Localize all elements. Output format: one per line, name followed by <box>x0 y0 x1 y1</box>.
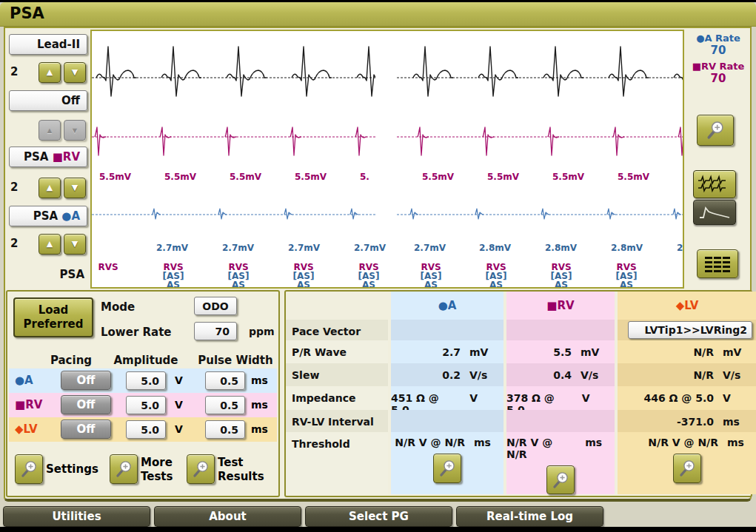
rv-lv-interval-cell-lv: -371.0ms <box>618 410 756 432</box>
more-tests-button[interactable] <box>110 454 138 484</box>
measurements-panel: ●A■RV◆LVPace VectorLVTip1>>LVRing2P/R Wa… <box>284 290 752 497</box>
evoked-response-icon <box>698 203 732 221</box>
measurement-value: 0.4 <box>553 369 572 381</box>
test-results-label: TestResults <box>218 456 264 484</box>
test-results-button[interactable] <box>187 454 215 484</box>
column-header-rv: ■RV <box>506 292 615 320</box>
event-marker: AS <box>674 280 684 289</box>
lv-pacing-button[interactable]: Off <box>61 420 111 439</box>
lv-pulse-width-button[interactable]: 0.5 <box>205 420 245 439</box>
pulse-width-unit: ms <box>251 399 268 411</box>
lower-rate-value-button[interactable]: 70 <box>194 322 237 340</box>
a-gain-label: 2.7mV <box>354 243 386 253</box>
rv-pulse-width-button[interactable]: 0.5 <box>205 396 245 414</box>
a-trace-select-button[interactable]: PSA ●A <box>9 206 87 226</box>
pulse-width-header: Pulse Width <box>194 354 277 367</box>
pace-vector-cell-rv <box>506 320 615 340</box>
a-gain-label: 2.7mV <box>288 243 320 253</box>
title-bar: PSA <box>0 2 756 27</box>
waveform-view-button[interactable] <box>693 200 736 225</box>
rv-gain-up-button[interactable]: ▲ <box>39 178 61 198</box>
threshold-cell-a: N/R V @ N/Rms <box>391 432 504 494</box>
load-preferred-line1: Load <box>39 303 69 317</box>
amplitude-header: Amplitude <box>107 354 184 367</box>
a-amplitude-button[interactable]: 5.0 <box>126 371 166 390</box>
event-marker: AS <box>284 280 323 289</box>
pace-vector-cell-lv: LVTip1>>LVRing2 <box>618 320 756 340</box>
measurement-unit: mV <box>469 346 496 358</box>
rv-lv-interval-cell-rv <box>506 410 615 432</box>
a-pulse-width-button[interactable]: 0.5 <box>205 371 245 390</box>
amplitude-unit: V <box>175 374 183 386</box>
mode-value-button[interactable]: ODO <box>194 297 237 315</box>
pacing-header: Pacing <box>37 354 105 367</box>
measurement-unit: mV <box>723 346 749 358</box>
pulse-width-unit: ms <box>251 374 268 386</box>
magnifier-icon <box>20 460 38 478</box>
surface-lead-select-button[interactable]: Lead-II <box>9 34 87 55</box>
rv-marker-icon: ■ <box>15 398 25 411</box>
settings-label: Settings <box>46 462 98 477</box>
nav-utilities-button[interactable]: Utilities <box>3 506 150 527</box>
magnifier-icon <box>192 460 210 478</box>
chamber-label-rv: ■RV <box>15 398 42 411</box>
nav-about-button[interactable]: About <box>154 506 301 527</box>
psa-screen: PSA Lead-II 2 ▲ ▼ Off ▲ ▼ PSA ■RV 2 ▲ ▼ … <box>0 0 756 532</box>
lv-amplitude-button[interactable]: 5.0 <box>126 420 166 439</box>
trace2-gain-down-button[interactable]: ▼ <box>64 120 86 141</box>
measurement-unit: V/s <box>581 369 607 381</box>
threshold-value: N/R V @ N/R <box>395 437 465 448</box>
surface-gain-down-button[interactable]: ▼ <box>64 62 86 83</box>
trace2-select-button[interactable]: Off <box>9 90 87 111</box>
a-marker-icon: ● <box>696 33 704 44</box>
a-rate-label: A Rate <box>704 33 740 44</box>
measurement-unit: V/s <box>723 369 749 381</box>
surface-gain-up-button[interactable]: ▲ <box>39 62 61 83</box>
lv-pace-vector-button[interactable]: LVTip1>>LVRing2 <box>628 321 752 339</box>
trace2-gain-up-button[interactable]: ▲ <box>39 120 61 141</box>
measurements-corner-cell <box>286 292 388 320</box>
a-trace-chamber: A <box>71 209 80 223</box>
nav-realtime-log-button[interactable]: Real-time Log <box>456 506 603 527</box>
a-gain-label: 2.8mV <box>611 243 643 253</box>
rv-gain-down-button[interactable]: ▼ <box>64 178 86 198</box>
rv-gain-label: 5.5mV <box>99 172 131 182</box>
chamber-label-lv: ◆LV <box>15 422 38 436</box>
chamber-label-a: ●A <box>15 374 33 387</box>
lv-threshold-test-button[interactable] <box>673 454 701 483</box>
nav-select-pg-button[interactable]: Select PG <box>305 506 452 527</box>
threshold-unit: ms <box>585 437 607 460</box>
settings-button[interactable] <box>15 454 43 484</box>
rv-gain-label: 5.5mV <box>618 172 649 182</box>
lv-marker-icon: ◆ <box>676 299 685 312</box>
measurement-unit: ms <box>723 416 749 428</box>
magnifier-icon <box>552 471 569 489</box>
ecg-zoom-button[interactable] <box>697 115 734 146</box>
rv-gain-value: 2 <box>10 181 25 194</box>
event-marker: AS <box>542 280 581 289</box>
a-marker-icon: ● <box>15 374 24 387</box>
row-label: P/R Wave <box>286 340 388 363</box>
measurement-unit: V/s <box>469 369 496 381</box>
load-preferred-button[interactable]: Load Preferred <box>13 297 93 337</box>
rv-threshold-test-button[interactable] <box>546 465 575 494</box>
rv-trace-select-button[interactable]: PSA ■RV <box>9 147 87 167</box>
rv-lv-interval-cell-a <box>391 410 504 432</box>
a-pacing-button[interactable]: Off <box>61 371 111 390</box>
magnifier-icon <box>438 459 456 477</box>
row-label: Pace Vector <box>286 320 388 340</box>
rv-marker-icon: ■ <box>692 61 701 72</box>
rv-amplitude-button[interactable]: 5.0 <box>126 396 166 414</box>
realtime-traces-view-button[interactable] <box>693 170 736 198</box>
threshold-cell-rv: N/R V @ N/Rms <box>506 432 615 494</box>
table-view-button[interactable] <box>697 249 738 278</box>
a-threshold-test-button[interactable] <box>433 454 461 483</box>
rate-readouts: ●A Rate 70 ■RV Rate 70 <box>684 33 752 85</box>
pacing-row-rv: ■RVOff5.0V0.5ms <box>9 393 277 417</box>
a-gain-up-button[interactable]: ▲ <box>39 234 61 255</box>
column-header-a: ●A <box>391 292 504 320</box>
rv-pacing-button[interactable]: Off <box>61 395 111 414</box>
rv-gain-label: 5. <box>360 172 369 182</box>
a-gain-down-button[interactable]: ▼ <box>64 234 86 255</box>
magnifier-icon <box>115 460 133 478</box>
